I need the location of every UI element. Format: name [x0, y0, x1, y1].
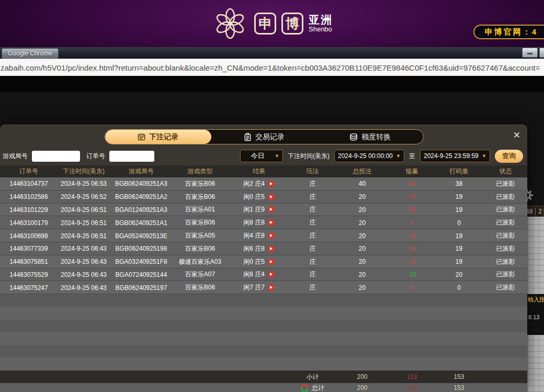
play-video-icon[interactable] [268, 206, 275, 213]
subtotal-winloss: 113 [390, 373, 434, 380]
table-cell: 2024-9-25 06:43 [58, 271, 110, 278]
play-video-icon[interactable] [268, 219, 275, 226]
search-button[interactable]: 查询 [495, 150, 523, 163]
table-cell: 百家乐A05 [173, 231, 228, 240]
play-video-icon[interactable] [268, 271, 275, 278]
logo-region-text: 亚洲 [309, 14, 333, 26]
table-cell: 已派彩 [484, 218, 527, 227]
table-cell: 14463100698 [0, 232, 58, 240]
tab-credit-transfer[interactable]: 额度转换 [317, 130, 423, 144]
table-cell: 庄 [290, 180, 335, 188]
table-cell: 百家乐B06 [173, 180, 228, 188]
table-row[interactable]: 144631025862024-9-25 06:52BGB062409251A2… [0, 191, 527, 204]
chevron-down-icon: ▼ [396, 153, 401, 159]
col-winloss: 输赢 [390, 167, 434, 176]
table-cell: 19 [434, 206, 484, 214]
browser-window-title: Google Chrome [2, 48, 59, 59]
modal-tab-bar: 下注记录 交易记录 额度转换 [105, 129, 424, 144]
table-cell: 2024-9-25 06:53 [58, 180, 110, 187]
logo-char-shen: 申 [254, 13, 276, 35]
date-preset-select[interactable]: 今日 ▼ [240, 150, 283, 162]
minimize-button[interactable] [522, 48, 538, 58]
game-round-input[interactable] [32, 151, 80, 162]
play-video-icon[interactable] [268, 194, 275, 200]
table-row[interactable]: 144630755292024-9-25 06:43BGA07240925144… [0, 268, 527, 282]
order-no-input[interactable] [109, 151, 154, 162]
table-cell: 38 [434, 180, 484, 187]
winloss-cell: 0 [390, 219, 434, 227]
clipboard-icon [244, 133, 252, 141]
empty-row [0, 332, 527, 345]
play-video-icon[interactable] [268, 232, 275, 239]
result-cell: 闲4 庄8 [228, 231, 290, 240]
winloss-cell: 19 [390, 245, 434, 252]
total-turnover: 153 [434, 384, 484, 391]
filter-row: 游戏局号 订单号 今日 ▼ 下注时间(美东) 2024-9-25 00:00:0… [0, 149, 527, 163]
result-cell: 闲1 庄9 [228, 205, 290, 214]
table-cell: 已派彩 [484, 205, 527, 214]
total-winloss: 113 [390, 384, 434, 391]
date-to-select[interactable]: 2024-9-25 23:59:59 ▼ [420, 150, 490, 162]
table-cell: 14463077339 [0, 245, 58, 252]
table-cell: BGB062409251A1 [110, 219, 173, 227]
table-cell: 2024-9-25 06:51 [58, 232, 110, 240]
table-cell: 14463104737 [0, 180, 58, 187]
table-row[interactable]: 144631012292024-9-25 06:51BGA012409251A3… [0, 204, 527, 217]
table-cell: 2024-9-25 06:43 [58, 258, 110, 265]
table-row[interactable]: 144630758512024-9-25 06:43BGA032409251F8… [0, 255, 527, 268]
tab-bet-records[interactable]: 下注记录 [105, 130, 211, 144]
table-row[interactable]: 144630752472024-9-25 06:43BGB06240925197… [0, 281, 527, 294]
table-cell: 已派彩 [484, 244, 527, 253]
table-cell: 已派彩 [484, 231, 527, 240]
table-cell: 2024-9-25 06:43 [58, 284, 110, 292]
result-cell: 闲0 庄5 [228, 193, 290, 201]
table-row[interactable]: 144631001792024-9-25 06:51BGB062409251A1… [0, 216, 527, 229]
table-cell: 14463075247 [0, 284, 58, 292]
table-cell: 20 [335, 193, 390, 200]
date-from-select[interactable]: 2024-9-25 00:00:00 ▼ [334, 150, 404, 162]
roadmap-strip: 枱入注 8.13 枱入注 4.58 [527, 217, 544, 392]
col-bet-time: 下注时间(美东) [58, 167, 110, 176]
table-cell: 百家乐A07 [173, 270, 228, 279]
logo-char-bo: 博 [281, 13, 303, 35]
table-cell: 19 [434, 193, 484, 200]
play-video-icon[interactable] [268, 259, 275, 265]
play-video-icon[interactable] [268, 284, 275, 291]
winloss-cell: -20 [390, 271, 434, 278]
table-row[interactable]: 144631006982024-9-25 06:51BGA0524092513E… [0, 229, 527, 242]
table-cell: BGB06240925198 [110, 245, 173, 252]
winloss-cell: 19 [390, 232, 434, 240]
table-cell: 20 [335, 271, 390, 278]
table-cell: 2024-9-25 06:51 [58, 206, 110, 214]
table-cell: 百家乐B06 [173, 244, 228, 253]
table-rows: 144631047372024-9-25 06:53BGB062409251A3… [0, 177, 527, 294]
chevron-down-icon: ▼ [482, 153, 486, 159]
empty-row [0, 294, 527, 307]
col-result: 结果 [228, 167, 290, 176]
col-total-bet: 总投注 [335, 167, 390, 176]
col-turnover: 打码量 [434, 167, 484, 176]
table-limit-chip[interactable]: 枱入注 [528, 296, 544, 304]
play-video-icon[interactable] [268, 245, 275, 252]
table-cell: BGA012409251A3 [110, 206, 173, 214]
empty-row [0, 357, 527, 370]
table-cell: 19 [434, 232, 484, 240]
col-round: 游戏局号 [110, 167, 173, 176]
edge-value-right: 2 [538, 208, 542, 215]
table-cell: 庄 [290, 244, 335, 253]
play-video-icon[interactable] [268, 181, 275, 187]
official-site-badge[interactable]: 申博官网：4 [473, 25, 544, 39]
table-cell: 庄 [290, 270, 335, 279]
url-bar[interactable]: zabaih.com/h5V01/pc/index.html?return=ab… [0, 59, 544, 76]
browser-title-bar: Google Chrome [0, 47, 544, 59]
table-header: 订单号 下注时间(美东) 游戏局号 游戏类型 结果 玩法 总投注 输赢 打码量 … [0, 165, 527, 177]
col-play: 玩法 [290, 167, 335, 176]
maximize-button[interactable] [539, 48, 544, 58]
table-row[interactable]: 144631047372024-9-25 06:53BGB062409251A3… [0, 177, 527, 191]
table-cell: 已派彩 [484, 180, 527, 188]
result-cell: 闲8 庄8 [228, 218, 290, 227]
table-row[interactable]: 144630773392024-9-25 06:43BGB06240925198… [0, 242, 527, 255]
tab-transaction-records[interactable]: 交易记录 [211, 130, 318, 144]
close-icon[interactable]: ✕ [513, 131, 520, 140]
table-cell: 14463075529 [0, 271, 58, 278]
